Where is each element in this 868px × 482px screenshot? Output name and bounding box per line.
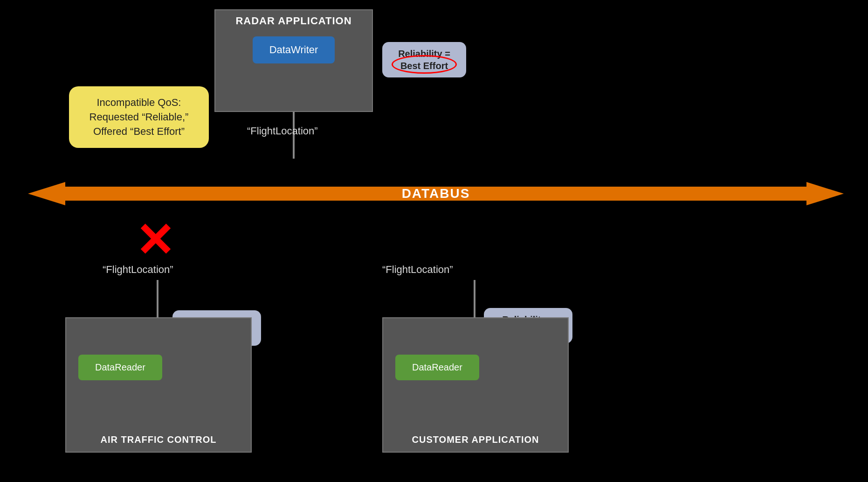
incompatible-line3: Offered “Best Effort” bbox=[93, 126, 185, 137]
datareader-box-left: DataReader bbox=[78, 355, 162, 380]
customer-title: CUSTOMER APPLICATION bbox=[412, 434, 539, 445]
radar-app-box: RADAR APPLICATION DataWriter bbox=[214, 9, 373, 112]
x-mark: ✕ bbox=[135, 217, 174, 264]
databus-arrow: DATABUS bbox=[28, 180, 844, 208]
datawriter-box: DataWriter bbox=[253, 36, 335, 63]
reliability-top-line1: Reliability = bbox=[398, 49, 450, 59]
customer-app-box: CUSTOMER APPLICATION bbox=[382, 317, 569, 453]
svg-rect-1 bbox=[65, 187, 806, 201]
svg-marker-2 bbox=[806, 182, 844, 205]
atc-title: AIR TRAFFIC CONTROL bbox=[101, 434, 217, 445]
radar-app-title: RADAR APPLICATION bbox=[235, 15, 351, 27]
svg-marker-0 bbox=[28, 182, 65, 205]
datareader-box-right: DataReader bbox=[395, 355, 479, 380]
datareader-left-label: DataReader bbox=[95, 362, 145, 372]
reliability-tag-top: Reliability = Best Effort bbox=[382, 42, 466, 77]
atc-app-box: AIR TRAFFIC CONTROL bbox=[65, 317, 252, 453]
databus-container: DATABUS bbox=[28, 175, 844, 212]
incompatible-qos-box: Incompatible QoS: Requested “Reliable,” … bbox=[69, 86, 209, 148]
flight-location-bottom-right: “FlightLocation” bbox=[382, 264, 453, 276]
incompatible-line2: Requested “Reliable,” bbox=[90, 111, 189, 123]
diagram-container: RADAR APPLICATION DataWriter Reliability… bbox=[0, 0, 868, 482]
incompatible-line1: Incompatible QoS: bbox=[97, 97, 181, 108]
flight-location-bottom-left: “FlightLocation” bbox=[103, 264, 173, 276]
flight-location-top: “FlightLocation” bbox=[247, 125, 318, 137]
connector-customer bbox=[474, 280, 475, 322]
connector-atc bbox=[157, 280, 158, 322]
datawriter-label: DataWriter bbox=[269, 44, 318, 56]
datareader-right-label: DataReader bbox=[412, 362, 462, 372]
reliability-top-line2: Best Effort bbox=[400, 61, 448, 71]
